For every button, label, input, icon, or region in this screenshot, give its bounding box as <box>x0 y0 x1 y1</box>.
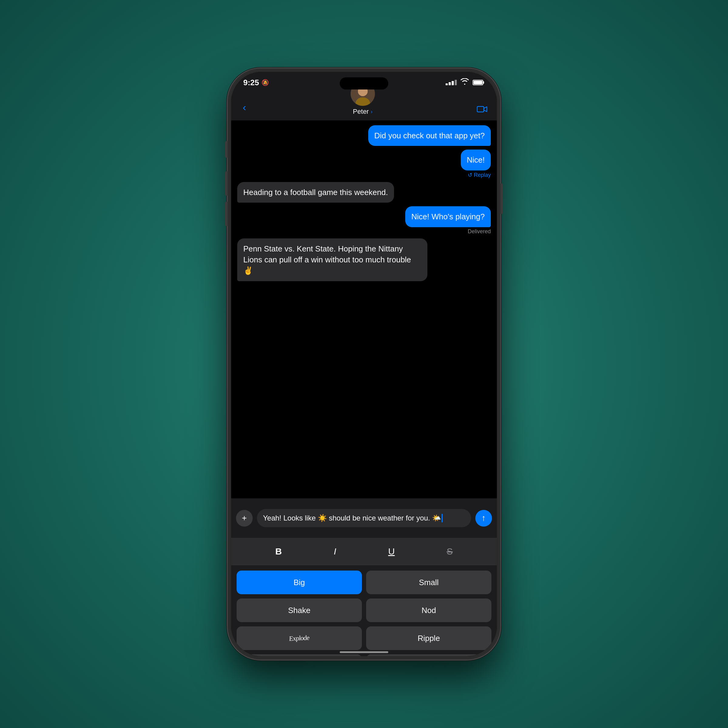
message-wrapper-5: Penn State vs. Kent State. Hoping the Ni… <box>237 239 491 281</box>
effect-nod-label: Nod <box>422 606 436 615</box>
effect-panel: B I U S Big Small Shake <box>231 538 497 656</box>
svg-rect-7 <box>477 107 484 112</box>
effect-ripple-label: Ripple <box>418 634 440 643</box>
message-wrapper-4: Nice! Who's playing? Delivered <box>237 206 491 234</box>
effect-shake-label: Shake <box>288 606 310 615</box>
effect-explode-label: Explode <box>289 634 309 642</box>
status-icons <box>446 78 485 87</box>
strikethrough-button[interactable]: S <box>440 544 459 559</box>
battery-icon <box>473 79 485 86</box>
signal-bar-3 <box>452 81 454 85</box>
message-wrapper-1: Did you check out that app yet? <box>237 125 491 146</box>
phone-screen: 9:25 🔕 <box>231 72 497 656</box>
message-bubble-1: Did you check out that app yet? <box>368 125 491 146</box>
message-text-3: Heading to a football game this weekend. <box>243 188 388 197</box>
video-call-button[interactable] <box>477 105 488 116</box>
effect-big-label: Big <box>294 578 305 587</box>
status-time: 9:25 <box>243 78 259 87</box>
message-meta-2: ↺ Replay <box>468 172 491 178</box>
effects-grid: Big Small Shake Nod Explode <box>231 565 497 656</box>
replay-button[interactable]: ↺ Replay <box>468 172 491 178</box>
bold-button[interactable]: B <box>269 544 288 559</box>
effect-jitter-button[interactable]: Jitter <box>366 654 491 656</box>
italic-button[interactable]: I <box>327 544 342 559</box>
send-icon: ↑ <box>482 513 486 523</box>
message-wrapper-2: Nice! ↺ Replay <box>237 150 491 178</box>
signal-bar-2 <box>449 82 451 85</box>
mute-icon: 🔕 <box>262 79 269 86</box>
svg-rect-2 <box>474 81 482 84</box>
format-toolbar: B I U S <box>231 538 497 565</box>
home-indicator <box>340 651 388 653</box>
message-bubble-4: Nice! Who's playing? <box>405 206 491 227</box>
message-text-2: Nice! <box>467 155 485 164</box>
back-button[interactable]: ‹ <box>240 99 248 116</box>
message-meta-4: Delivered <box>468 228 491 235</box>
contact-name: Peter › <box>353 108 373 116</box>
silent-button[interactable] <box>225 141 228 158</box>
effect-small-label: Small <box>419 578 439 587</box>
phone-device: 9:25 🔕 <box>228 68 500 660</box>
power-button[interactable] <box>500 184 503 214</box>
message-bubble-3: Heading to a football game this weekend. <box>237 182 394 203</box>
message-text-4: Nice! Who's playing? <box>411 212 485 221</box>
message-bubble-2: Nice! <box>461 150 491 170</box>
message-input[interactable]: Yeah! Looks like ☀️ should be nice weath… <box>257 509 471 527</box>
signal-bar-4 <box>455 80 457 85</box>
underline-button[interactable]: U <box>382 544 401 559</box>
dynamic-island <box>340 77 388 89</box>
add-attachment-button[interactable]: + <box>236 510 253 526</box>
message-bubble-5: Penn State vs. Kent State. Hoping the Ni… <box>237 239 427 281</box>
message-text-1: Did you check out that app yet? <box>374 131 485 140</box>
send-button[interactable]: ↑ <box>475 510 492 526</box>
effect-shake-button[interactable]: Shake <box>237 598 362 622</box>
effect-bloom-button[interactable]: Bloom <box>237 654 362 656</box>
volume-up-button[interactable] <box>225 171 228 196</box>
volume-down-button[interactable] <box>225 202 228 226</box>
wifi-icon <box>460 78 469 87</box>
messages-area: Did you check out that app yet? Nice! ↺ … <box>231 121 497 499</box>
input-text: Yeah! Looks like ☀️ should be nice weath… <box>263 514 441 522</box>
cursor <box>442 514 442 522</box>
input-area: + Yeah! Looks like ☀️ should be nice wea… <box>231 499 497 538</box>
signal-bar-1 <box>446 83 448 85</box>
effect-nod-button[interactable]: Nod <box>366 598 491 622</box>
effect-big-button[interactable]: Big <box>237 570 362 594</box>
signal-icon <box>446 80 457 85</box>
message-wrapper-3: Heading to a football game this weekend. <box>237 182 491 203</box>
effect-ripple-button[interactable]: Ripple <box>366 626 491 650</box>
delivered-status: Delivered <box>468 228 491 235</box>
message-text-5: Penn State vs. Kent State. Hoping the Ni… <box>243 244 411 275</box>
effect-explode-button[interactable]: Explode <box>237 626 362 650</box>
chevron-icon: › <box>371 109 373 115</box>
svg-rect-1 <box>483 81 484 84</box>
effect-small-button[interactable]: Small <box>366 570 491 594</box>
